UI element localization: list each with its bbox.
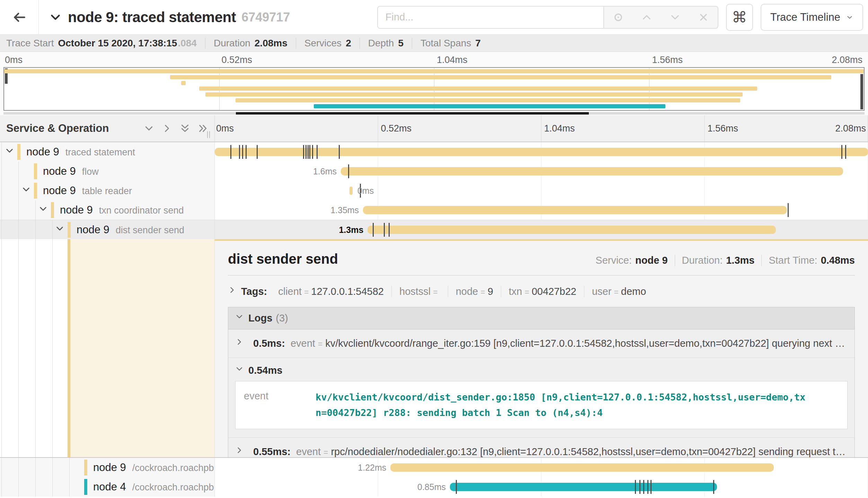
minimap-right-handle[interactable]	[860, 74, 863, 109]
tree-guide-line	[1, 181, 2, 200]
ruler-tick-label: 2.08ms	[832, 55, 862, 65]
span-collapse-chevron-icon[interactable]	[55, 224, 64, 236]
span-collapse-chevron-icon[interactable]	[38, 204, 48, 216]
timeline-ruler: 0ms0.52ms1.04ms1.56ms2.08ms	[215, 115, 868, 142]
span-name-cell[interactable]: node 9/cockroach.roachpb.l…	[0, 458, 215, 477]
tags-toggle-row[interactable]: Tags: client=127.0.0.1:54582hostssl=node…	[228, 286, 855, 297]
log-entry-row[interactable]: 0.5ms:event=kv/kvclient/kvcoord/range_it…	[228, 329, 854, 357]
minimap-scrollbar[interactable]	[3, 112, 865, 115]
meta-value: 5	[398, 38, 404, 49]
log-toggle-header[interactable]: 0.54ms	[228, 358, 854, 379]
close-icon[interactable]	[698, 12, 709, 23]
find-input[interactable]	[377, 6, 604, 29]
span-name-cell[interactable]: node 9traced statement	[0, 142, 215, 162]
chevron-down-icon	[235, 365, 243, 373]
span-timeline-cell[interactable]: 1.3ms	[215, 220, 868, 239]
span-row: node 9table reader0ms	[0, 181, 868, 200]
command-key-icon: ⌘	[732, 8, 747, 26]
minimap-scroll-thumb[interactable]	[236, 112, 589, 115]
span-timeline-cell[interactable]: 0ms	[215, 181, 868, 200]
meta-label: Depth	[368, 38, 394, 49]
tag-value: 9	[488, 286, 493, 297]
tree-guide-line	[52, 239, 53, 457]
logs-toggle-header[interactable]: Logs (3)	[228, 307, 854, 329]
collapse-one-icon[interactable]	[144, 123, 154, 134]
trace-view-label: Trace Timeline	[770, 11, 840, 24]
tree-guide-line	[1, 220, 2, 239]
span-duration-bar[interactable]	[363, 206, 787, 214]
span-log-tick	[456, 480, 457, 494]
tag-item: client=127.0.0.1:54582	[271, 286, 391, 297]
tag-equals: =	[524, 288, 529, 297]
span-duration-bar[interactable]	[367, 226, 776, 234]
span-detail-row: dist sender send Service:node 9Duration:…	[0, 239, 868, 458]
span-collapse-chevron-icon[interactable]	[21, 185, 31, 197]
meta-label: Total Spans	[420, 38, 471, 49]
span-detail-meta: Service:node 9Duration:1.3msStart Time:0…	[588, 255, 855, 266]
span-duration-label: 0ms	[357, 186, 374, 196]
chevron-down-icon[interactable]	[49, 11, 62, 24]
span-row: node 9flow1.6ms	[0, 162, 868, 181]
ruler-tick-label: 1.04ms	[437, 55, 468, 65]
span-timeline-cell[interactable]: 1.35ms	[215, 200, 868, 220]
minimap-span-bar	[4, 69, 864, 73]
span-name-cell[interactable]: node 9table reader	[0, 181, 215, 200]
span-grid-header: Service & Operation 0ms0.52ms1.04ms1.56m…	[0, 115, 868, 142]
minimap-canvas[interactable]	[3, 67, 865, 111]
chevron-down-icon	[235, 313, 243, 321]
log-timestamp: 0.5ms:	[253, 338, 285, 349]
span-collapse-chevron-icon[interactable]	[5, 146, 14, 158]
ruler-tick-label: 0ms	[5, 55, 23, 65]
page-title: node 9: traced statement	[68, 9, 236, 26]
span-timeline-cell[interactable]: 1.6ms	[215, 162, 868, 181]
service-name: node 9	[26, 146, 59, 158]
span-log-tick	[257, 145, 258, 159]
log-entry-row[interactable]: 0.55ms:event=rpc/nodedialer/nodedialer.g…	[228, 437, 854, 457]
span-duration-bar[interactable]	[450, 483, 717, 491]
trace-meta-bar: Trace StartOctober 15 2020, 17:38:15.084…	[0, 35, 868, 52]
back-button[interactable]	[0, 0, 39, 34]
span-timeline-cell[interactable]: 1.22ms	[215, 458, 868, 477]
span-log-tick	[384, 223, 385, 237]
tag-value: demo	[621, 286, 646, 297]
span-rows-bottom: node 9/cockroach.roachpb.l…1.22msnode 4/…	[0, 458, 868, 497]
span-name-text: node 9traced statement	[26, 146, 135, 158]
column-resizer-grip[interactable]	[207, 131, 210, 138]
span-duration-bar[interactable]	[349, 187, 353, 195]
log-event-value: kv/kvclient/kvcoord/dist_sender.go:1850 …	[303, 381, 821, 429]
tree-guide-line	[52, 220, 53, 239]
locate-icon[interactable]	[613, 12, 624, 23]
span-name-cell[interactable]: node 4/cockroach.roachpb.l…	[0, 477, 215, 497]
expand-one-icon[interactable]	[162, 123, 172, 134]
ruler-tick-label: 0.52ms	[381, 123, 412, 134]
span-timeline-cell[interactable]	[215, 142, 868, 162]
meta-value: 2	[346, 38, 351, 49]
span-name-cell[interactable]: node 9txn coordinator send	[0, 200, 215, 220]
tree-guide-line	[1, 458, 2, 477]
span-duration-bar[interactable]	[341, 167, 843, 175]
tree-guide-line	[69, 477, 70, 497]
trace-meta-item: Trace StartOctober 15 2020, 17:38:15.084	[6, 38, 205, 49]
trace-meta-item: Services2	[296, 38, 360, 49]
span-name-cell[interactable]: node 9flow	[0, 162, 215, 181]
top-bar: node 9: traced statement 6749717 ⌘ Trace…	[0, 0, 868, 35]
expand-all-icon[interactable]	[198, 123, 208, 134]
minimap-span-bar	[314, 104, 665, 108]
span-log-tick	[643, 480, 644, 494]
tag-equals: =	[433, 288, 437, 297]
chevron-down-icon[interactable]	[670, 12, 681, 23]
tree-guide-line	[18, 200, 19, 220]
find-group	[377, 6, 718, 29]
keyboard-shortcuts-button[interactable]: ⌘	[726, 4, 753, 31]
logs-section: Logs (3) 0.5ms:event=kv/kvclient/kvcoord…	[228, 307, 855, 457]
operation-name: flow	[82, 166, 99, 177]
tag-item: hostssl=	[391, 286, 448, 297]
span-log-tick	[312, 145, 313, 159]
logs-body: 0.5ms:event=kv/kvclient/kvcoord/range_it…	[228, 329, 854, 457]
trace-view-selector[interactable]: Trace Timeline	[761, 4, 863, 31]
chevron-up-icon[interactable]	[641, 12, 652, 23]
span-duration-bar[interactable]	[390, 463, 774, 472]
span-name-cell[interactable]: node 9dist sender send	[0, 220, 215, 239]
span-timeline-cell[interactable]: 0.85ms	[215, 477, 868, 497]
collapse-all-icon[interactable]	[180, 123, 190, 134]
